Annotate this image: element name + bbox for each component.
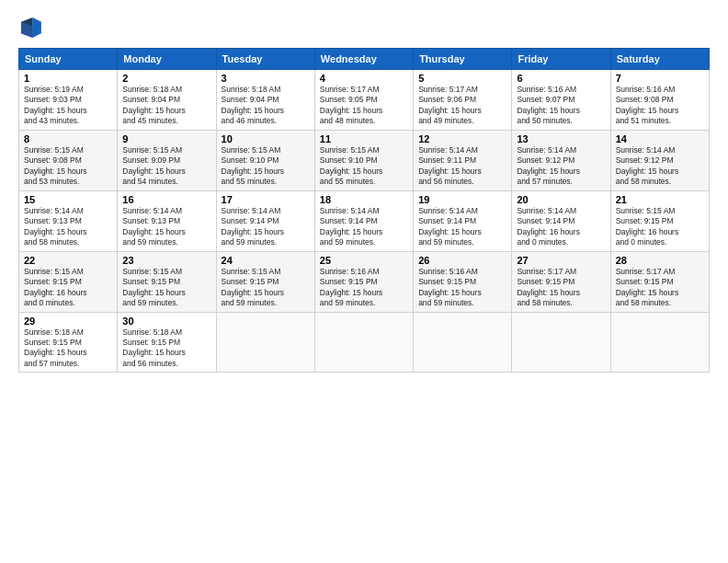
calendar-cell: 18Sunrise: 5:14 AM Sunset: 9:14 PM Dayli… xyxy=(314,190,413,251)
day-number: 18 xyxy=(320,194,408,205)
calendar-cell: 21Sunrise: 5:15 AM Sunset: 9:15 PM Dayli… xyxy=(610,190,709,251)
calendar-cell: 17Sunrise: 5:14 AM Sunset: 9:14 PM Dayli… xyxy=(216,190,314,251)
day-number: 24 xyxy=(222,255,310,266)
logo xyxy=(18,15,48,40)
day-info: Sunrise: 5:16 AM Sunset: 9:15 PM Dayligh… xyxy=(320,267,408,309)
day-number: 19 xyxy=(418,194,506,205)
calendar-cell: 19Sunrise: 5:14 AM Sunset: 9:14 PM Dayli… xyxy=(414,190,512,251)
calendar-cell xyxy=(414,312,512,373)
calendar-cell: 27Sunrise: 5:17 AM Sunset: 9:15 PM Dayli… xyxy=(512,251,610,312)
day-info: Sunrise: 5:16 AM Sunset: 9:15 PM Dayligh… xyxy=(418,267,506,309)
calendar-cell: 25Sunrise: 5:16 AM Sunset: 9:15 PM Dayli… xyxy=(314,251,413,312)
day-info: Sunrise: 5:15 AM Sunset: 9:10 PM Dayligh… xyxy=(222,145,310,188)
col-header-friday: Friday xyxy=(512,49,610,70)
calendar-cell: 28Sunrise: 5:17 AM Sunset: 9:15 PM Dayli… xyxy=(610,251,709,312)
day-info: Sunrise: 5:18 AM Sunset: 9:04 PM Dayligh… xyxy=(222,85,310,127)
calendar-cell: 20Sunrise: 5:14 AM Sunset: 9:14 PM Dayli… xyxy=(512,190,610,251)
day-info: Sunrise: 5:15 AM Sunset: 9:15 PM Dayligh… xyxy=(616,206,704,248)
day-number: 3 xyxy=(222,73,310,84)
day-info: Sunrise: 5:14 AM Sunset: 9:14 PM Dayligh… xyxy=(418,206,506,248)
day-info: Sunrise: 5:15 AM Sunset: 9:15 PM Dayligh… xyxy=(24,267,112,309)
calendar-cell: 23Sunrise: 5:15 AM Sunset: 9:15 PM Dayli… xyxy=(118,251,216,312)
calendar-cell: 8Sunrise: 5:15 AM Sunset: 9:08 PM Daylig… xyxy=(19,130,118,190)
day-info: Sunrise: 5:17 AM Sunset: 9:05 PM Dayligh… xyxy=(320,85,408,127)
calendar-cell: 24Sunrise: 5:15 AM Sunset: 9:15 PM Dayli… xyxy=(216,251,314,312)
calendar-cell xyxy=(610,312,709,373)
day-info: Sunrise: 5:17 AM Sunset: 9:15 PM Dayligh… xyxy=(517,267,605,309)
day-number: 27 xyxy=(517,255,605,266)
day-number: 23 xyxy=(122,255,210,266)
col-header-wednesday: Wednesday xyxy=(314,49,413,70)
day-number: 17 xyxy=(222,194,310,205)
week-row-3: 22Sunrise: 5:15 AM Sunset: 9:15 PM Dayli… xyxy=(19,251,710,312)
calendar-cell: 1Sunrise: 5:19 AM Sunset: 9:03 PM Daylig… xyxy=(19,70,118,131)
day-number: 21 xyxy=(616,194,704,205)
day-info: Sunrise: 5:14 AM Sunset: 9:11 PM Dayligh… xyxy=(418,145,506,188)
day-number: 11 xyxy=(320,133,408,144)
day-info: Sunrise: 5:15 AM Sunset: 9:10 PM Dayligh… xyxy=(320,145,408,188)
day-number: 22 xyxy=(24,255,112,266)
day-number: 13 xyxy=(517,133,605,144)
calendar-cell: 22Sunrise: 5:15 AM Sunset: 9:15 PM Dayli… xyxy=(19,251,118,312)
calendar-cell xyxy=(314,312,413,373)
calendar-cell: 4Sunrise: 5:17 AM Sunset: 9:05 PM Daylig… xyxy=(314,70,413,131)
week-row-2: 15Sunrise: 5:14 AM Sunset: 9:13 PM Dayli… xyxy=(19,190,710,251)
calendar-cell: 9Sunrise: 5:15 AM Sunset: 9:09 PM Daylig… xyxy=(118,130,216,190)
calendar-cell: 14Sunrise: 5:14 AM Sunset: 9:12 PM Dayli… xyxy=(610,130,709,190)
calendar-cell xyxy=(512,312,610,373)
day-info: Sunrise: 5:14 AM Sunset: 9:13 PM Dayligh… xyxy=(122,206,210,248)
day-info: Sunrise: 5:14 AM Sunset: 9:14 PM Dayligh… xyxy=(517,206,605,248)
day-number: 8 xyxy=(24,133,112,144)
calendar-cell: 16Sunrise: 5:14 AM Sunset: 9:13 PM Dayli… xyxy=(118,190,216,251)
day-info: Sunrise: 5:15 AM Sunset: 9:09 PM Dayligh… xyxy=(122,145,210,188)
day-info: Sunrise: 5:14 AM Sunset: 9:14 PM Dayligh… xyxy=(320,206,408,248)
day-info: Sunrise: 5:17 AM Sunset: 9:06 PM Dayligh… xyxy=(418,85,506,127)
day-number: 10 xyxy=(222,133,310,144)
day-number: 28 xyxy=(616,255,704,266)
week-row-1: 8Sunrise: 5:15 AM Sunset: 9:08 PM Daylig… xyxy=(19,130,710,190)
day-info: Sunrise: 5:15 AM Sunset: 9:15 PM Dayligh… xyxy=(122,267,210,309)
day-info: Sunrise: 5:16 AM Sunset: 9:08 PM Dayligh… xyxy=(616,85,704,127)
day-number: 16 xyxy=(122,194,210,205)
col-header-saturday: Saturday xyxy=(610,49,709,70)
calendar-table: SundayMondayTuesdayWednesdayThursdayFrid… xyxy=(18,48,710,373)
logo-icon xyxy=(18,15,44,40)
page: SundayMondayTuesdayWednesdayThursdayFrid… xyxy=(0,0,728,563)
day-number: 5 xyxy=(418,73,506,84)
day-number: 15 xyxy=(24,194,112,205)
header xyxy=(18,15,710,40)
day-info: Sunrise: 5:15 AM Sunset: 9:08 PM Dayligh… xyxy=(24,145,112,188)
calendar-cell: 12Sunrise: 5:14 AM Sunset: 9:11 PM Dayli… xyxy=(414,130,512,190)
col-header-thursday: Thursday xyxy=(414,49,512,70)
svg-marker-0 xyxy=(33,17,41,38)
calendar-cell: 10Sunrise: 5:15 AM Sunset: 9:10 PM Dayli… xyxy=(216,130,314,190)
calendar-cell: 7Sunrise: 5:16 AM Sunset: 9:08 PM Daylig… xyxy=(610,70,709,131)
day-info: Sunrise: 5:14 AM Sunset: 9:12 PM Dayligh… xyxy=(616,145,704,188)
day-number: 4 xyxy=(320,73,408,84)
calendar-cell: 26Sunrise: 5:16 AM Sunset: 9:15 PM Dayli… xyxy=(414,251,512,312)
calendar-cell: 5Sunrise: 5:17 AM Sunset: 9:06 PM Daylig… xyxy=(414,70,512,131)
day-number: 1 xyxy=(24,73,112,84)
day-info: Sunrise: 5:15 AM Sunset: 9:15 PM Dayligh… xyxy=(222,267,310,309)
day-info: Sunrise: 5:18 AM Sunset: 9:15 PM Dayligh… xyxy=(122,327,210,370)
day-number: 12 xyxy=(418,133,506,144)
calendar-cell: 15Sunrise: 5:14 AM Sunset: 9:13 PM Dayli… xyxy=(19,190,118,251)
day-info: Sunrise: 5:18 AM Sunset: 9:04 PM Dayligh… xyxy=(122,85,210,127)
day-number: 30 xyxy=(122,316,210,327)
calendar-cell: 13Sunrise: 5:14 AM Sunset: 9:12 PM Dayli… xyxy=(512,130,610,190)
day-number: 9 xyxy=(122,133,210,144)
day-number: 2 xyxy=(122,73,210,84)
day-number: 26 xyxy=(418,255,506,266)
calendar-cell: 30Sunrise: 5:18 AM Sunset: 9:15 PM Dayli… xyxy=(118,312,216,373)
day-info: Sunrise: 5:14 AM Sunset: 9:14 PM Dayligh… xyxy=(222,206,310,248)
day-number: 14 xyxy=(616,133,704,144)
day-number: 6 xyxy=(517,73,605,84)
day-info: Sunrise: 5:19 AM Sunset: 9:03 PM Dayligh… xyxy=(24,85,112,127)
day-number: 20 xyxy=(517,194,605,205)
calendar-cell: 29Sunrise: 5:18 AM Sunset: 9:15 PM Dayli… xyxy=(19,312,118,373)
day-info: Sunrise: 5:16 AM Sunset: 9:07 PM Dayligh… xyxy=(517,85,605,127)
calendar-cell xyxy=(216,312,314,373)
week-row-0: 1Sunrise: 5:19 AM Sunset: 9:03 PM Daylig… xyxy=(19,70,710,131)
day-number: 29 xyxy=(24,316,112,327)
day-number: 7 xyxy=(616,73,704,84)
